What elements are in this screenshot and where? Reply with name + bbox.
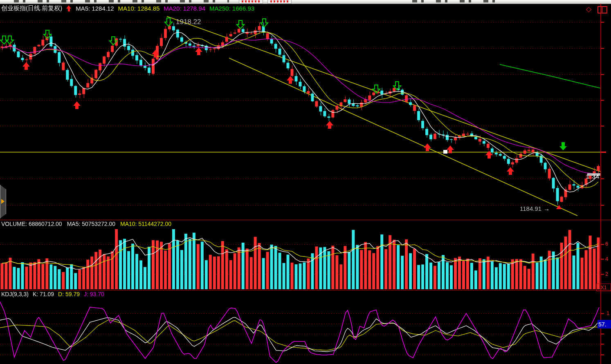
ma5-label: MA5: 1284.12 [76, 5, 114, 12]
chart-canvas[interactable] [0, 0, 611, 364]
kdj-header: KDJ(9,3,3) K: 71.09 D: 59.79 J: 93.70 [1, 291, 104, 297]
ma250-label: MA250: 1666.93 [209, 5, 254, 12]
volume-axis-4: 4 [605, 256, 608, 262]
main-chart-header: 创业板指(日线.前复权) MA5: 1284.12 MA10: 1284.85 … [1, 4, 254, 12]
peak-price-annotation: 1918.22 [176, 18, 201, 26]
j-value-label: J: 93.70 [84, 291, 104, 297]
kdj-current-value-badge: 57. [598, 320, 611, 328]
kdj-params-label: KDJ(9,3,3) [1, 291, 29, 297]
expand-arrow-icon [1, 199, 4, 204]
volume-axis-2: 2 [605, 271, 608, 277]
stock-app-window: 创业板指(日线.前复权) MA5: 1284.12 MA10: 1284.85 … [0, 0, 611, 364]
volume-header: VOLUME: 68860712.00 MA5: 50753272.00 MA1… [1, 221, 171, 227]
split-window-icon[interactable] [598, 6, 607, 13]
right-arrow-icon: → [544, 205, 550, 212]
instrument-title: 创业板指(日线.前复权) [1, 4, 62, 12]
x1-indicator-badge[interactable]: X1 [596, 284, 611, 291]
volume-value-label: VOLUME: 68860712.00 [1, 221, 62, 227]
volume-ma5-label: MA5: 50753272.00 [67, 221, 115, 227]
kdj-axis-label: 1 [607, 310, 609, 316]
diamond-icon[interactable]: ◇ [586, 5, 591, 13]
ma10-label: MA10: 1284.85 [118, 5, 160, 12]
split-divider [602, 7, 602, 13]
sidebar-flyout-handle[interactable] [0, 185, 6, 219]
low-price-text: 1184.91 [520, 205, 541, 212]
k-value-label: K: 71.09 [33, 291, 54, 297]
volume-ma10-label: MA10: 51144272.00 [120, 221, 171, 227]
latest-price-axis-label: 1 34 [586, 173, 600, 180]
d-value-label: D: 59.79 [58, 291, 80, 297]
buy-signal-arrow-icon [66, 5, 72, 11]
low-price-annotation: 1184.91→ [520, 205, 550, 212]
volume-axis-6: 6 [605, 241, 608, 247]
ma20-label: MA20: 1278.94 [164, 5, 205, 12]
